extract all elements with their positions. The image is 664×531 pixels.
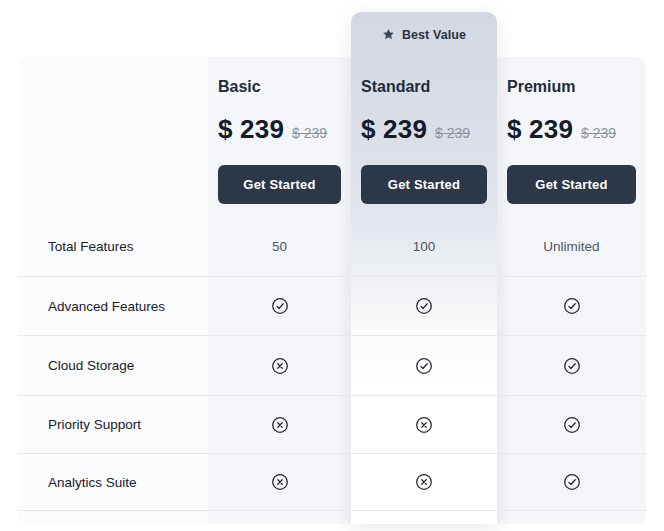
feature-name: Analytics Suite <box>18 454 208 510</box>
feature-value <box>208 454 351 510</box>
feature-value <box>351 336 497 395</box>
feature-value <box>497 396 646 453</box>
check-circle-icon <box>415 297 433 315</box>
feature-value <box>208 336 351 395</box>
feature-row-cloud-storage: Cloud Storage <box>18 335 646 395</box>
check-circle-icon <box>271 297 289 315</box>
star-icon <box>382 28 395 41</box>
feature-value <box>351 277 497 335</box>
pricing-page: Best Value Basic $ 239 $ 239 Get Started… <box>0 0 664 531</box>
plan-header-row: Basic $ 239 $ 239 Get Started Standard $… <box>18 57 646 217</box>
feature-value <box>351 454 497 510</box>
feature-value: Unlimited <box>497 217 646 276</box>
feature-row-advanced-features: Advanced Features <box>18 276 646 335</box>
check-circle-icon <box>563 297 581 315</box>
best-value-badge: Best Value <box>351 12 497 57</box>
check-circle-icon <box>563 357 581 375</box>
pricing-table: Basic $ 239 $ 239 Get Started Standard $… <box>18 57 646 524</box>
plan-price: $ 239 <box>361 114 427 145</box>
cross-circle-icon <box>415 473 433 491</box>
plan-header-standard: Standard $ 239 $ 239 Get Started <box>351 57 497 217</box>
feature-name: Total Features <box>18 217 208 276</box>
get-started-button-standard[interactable]: Get Started <box>361 165 487 204</box>
feature-row-analytics-suite: Analytics Suite <box>18 453 646 511</box>
plan-title: Standard <box>361 77 487 97</box>
feature-value: 100 <box>351 217 497 276</box>
plan-original-price: $ 239 <box>292 125 327 141</box>
best-value-label: Best Value <box>402 28 466 42</box>
feature-value <box>208 396 351 453</box>
plan-price: $ 239 <box>507 114 573 145</box>
plan-price-row: $ 239 $ 239 <box>218 114 341 144</box>
cross-circle-icon <box>271 473 289 491</box>
feature-row-total-features: Total Features 50 100 Unlimited <box>18 217 646 276</box>
feature-value: 50 <box>208 217 351 276</box>
plan-price-row: $ 239 $ 239 <box>361 114 487 144</box>
check-circle-icon <box>415 357 433 375</box>
feature-name: Advanced Features <box>18 277 208 335</box>
feature-value <box>208 277 351 335</box>
plan-title: Basic <box>218 77 341 97</box>
plan-title: Premium <box>507 77 636 97</box>
feature-value <box>497 336 646 395</box>
feature-row-priority-support: Priority Support <box>18 395 646 453</box>
cross-circle-icon <box>415 416 433 434</box>
plan-original-price: $ 239 <box>581 125 616 141</box>
plan-original-price: $ 239 <box>435 125 470 141</box>
get-started-button-premium[interactable]: Get Started <box>507 165 636 204</box>
plan-price-row: $ 239 $ 239 <box>507 114 636 144</box>
feature-value <box>497 277 646 335</box>
cross-circle-icon <box>271 416 289 434</box>
feature-name: Cloud Storage <box>18 336 208 395</box>
plan-price: $ 239 <box>218 114 284 145</box>
plan-header-basic: Basic $ 239 $ 239 Get Started <box>208 57 351 217</box>
header-spacer <box>18 57 208 217</box>
feature-value <box>351 396 497 453</box>
cross-circle-icon <box>271 357 289 375</box>
check-circle-icon <box>563 416 581 434</box>
feature-value <box>497 454 646 510</box>
feature-name: Priority Support <box>18 396 208 453</box>
check-circle-icon <box>563 473 581 491</box>
plan-header-premium: Premium $ 239 $ 239 Get Started <box>497 57 646 217</box>
get-started-button-basic[interactable]: Get Started <box>218 165 341 204</box>
